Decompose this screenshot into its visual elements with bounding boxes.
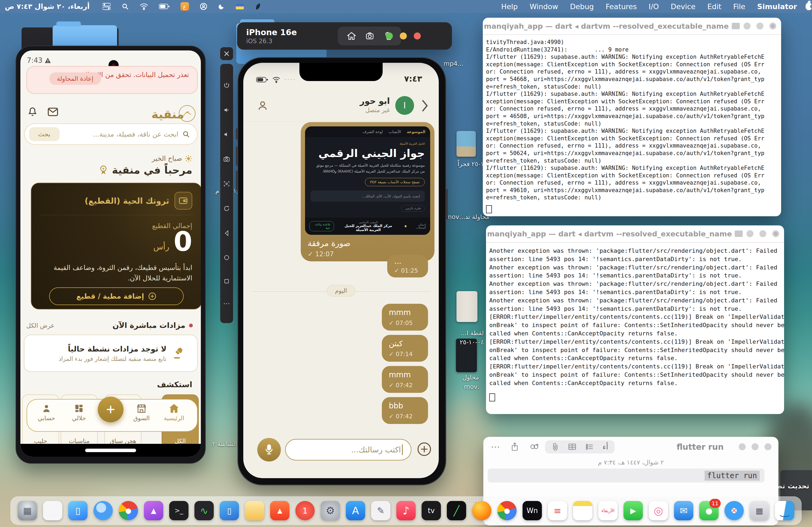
menu-item[interactable]: Device xyxy=(671,2,695,11)
power-icon[interactable] xyxy=(223,82,230,89)
menu-item[interactable]: Help xyxy=(501,2,518,11)
chat-contact-name[interactable]: ابو حور xyxy=(360,96,390,106)
window-button[interactable] xyxy=(746,230,753,237)
chat-message-bubble[interactable]: mmm 07:42 xyxy=(382,366,428,393)
dock-icon-app-store[interactable]: A xyxy=(346,501,365,520)
back-chevron-icon[interactable] xyxy=(420,99,429,112)
screenshot-icon[interactable] xyxy=(223,181,230,187)
chat-message-bubble[interactable]: ... 01:25 xyxy=(387,255,428,277)
window-button[interactable] xyxy=(772,230,779,237)
nav-item-my-animals[interactable]: حلالي xyxy=(63,404,95,422)
emulator-toolbar-close[interactable] xyxy=(220,47,233,60)
desktop-photo-thumbnail[interactable] xyxy=(456,291,477,322)
dock-icon-music[interactable]: ♪ xyxy=(396,501,416,520)
table-icon[interactable] xyxy=(568,443,576,451)
nav-item-account[interactable]: حسابي xyxy=(30,404,62,422)
dock-icon-developer-tools[interactable]: ✎ xyxy=(371,501,390,520)
terminal2-titlebar[interactable]: manqiyah_app — dart ◂ dartvm --resolved_… xyxy=(486,225,784,243)
view-all-link[interactable]: عرض الكل xyxy=(26,322,55,329)
link-person-icon[interactable] xyxy=(530,443,539,451)
swoosh-app-icon[interactable] xyxy=(255,3,262,10)
moon-focus-icon[interactable] xyxy=(218,3,225,10)
dock-icon-chrome[interactable]: ● xyxy=(119,501,138,520)
menu-item[interactable]: Features xyxy=(606,2,637,11)
nav-item-market[interactable]: السوق xyxy=(126,404,158,422)
dock-icon-terminal[interactable]: >_ xyxy=(169,501,188,520)
mic-button[interactable] xyxy=(257,438,281,462)
rotate-icon[interactable] xyxy=(223,205,230,212)
home-circle-icon[interactable] xyxy=(224,255,230,260)
sim-screenshot-button[interactable] xyxy=(365,32,375,40)
dock-icon-w-editor-app[interactable]: Wn xyxy=(523,501,542,520)
more-dots-icon[interactable]: ⋯ xyxy=(223,302,230,305)
desktop-file[interactable]: ٠٤-١٠-٢٥ xyxy=(460,338,484,346)
attach-plus-icon[interactable] xyxy=(417,442,432,457)
dock-icon-keyboard-settings[interactable]: ▦ xyxy=(750,501,769,520)
more-dots-icon[interactable]: ⋯ xyxy=(491,441,500,452)
dock-icon-photos[interactable]: ◎ xyxy=(649,501,668,520)
dock-icon-red-notification-app[interactable]: 1 xyxy=(295,501,315,520)
simulator-titlebar[interactable]: iPhone 16e iOS 26.3 xyxy=(237,22,452,50)
window-zoom-button[interactable] xyxy=(386,32,393,40)
chat-message-bubble[interactable]: كبتن 07:14 xyxy=(382,335,428,362)
window-close-button[interactable] xyxy=(414,32,421,40)
dock-icon-facetime[interactable]: ▶ xyxy=(624,501,643,520)
volume-up-icon[interactable] xyxy=(223,107,230,113)
dock-icon-safari[interactable]: ✕ xyxy=(724,501,744,520)
menu-item[interactable]: Window xyxy=(530,2,558,11)
dock-icon-reminders[interactable]: ≡ xyxy=(548,501,567,520)
terminal1-titlebar[interactable]: manqiyah_app — dart ◂ dartvm --resolved_… xyxy=(483,18,781,35)
dock-icon-brave[interactable]: ▲ xyxy=(270,501,289,520)
dock-icon-waveform-app[interactable]: ∿ xyxy=(194,501,214,520)
menu-item[interactable]: Edit xyxy=(707,2,721,11)
menu-bar-clock[interactable]: أربعاء، ٢٠ شوال ٧:٤٣ ص xyxy=(5,2,90,11)
chat-message-bubble[interactable]: bbb 07:42 xyxy=(382,397,428,424)
window-button[interactable] xyxy=(756,22,764,30)
dock-icon-messages[interactable]: ● 11 xyxy=(699,501,719,520)
format-text-button[interactable]: أء xyxy=(603,442,608,451)
share-icon[interactable] xyxy=(511,442,519,451)
notification-bell-icon[interactable] xyxy=(27,106,38,118)
menu-app-icon[interactable]: ع xyxy=(180,2,189,11)
dock-icon-purple-app[interactable]: ▲ xyxy=(144,501,163,520)
dock-icon-blank-document[interactable] xyxy=(43,501,62,520)
window-minimize-button[interactable] xyxy=(400,32,407,40)
desktop-file[interactable]: محاول xyxy=(462,374,479,381)
dock-icon-chromium-browser[interactable] xyxy=(93,501,113,520)
window-button[interactable] xyxy=(769,22,776,30)
search-button[interactable]: بحث xyxy=(29,127,60,141)
message-input[interactable]: اكتب رسالتك... xyxy=(285,439,411,461)
home-indicator[interactable] xyxy=(85,449,136,452)
window-button[interactable] xyxy=(765,443,771,450)
terminal2-output[interactable]: Another exception was thrown: 'package:f… xyxy=(486,243,784,392)
apple-logo-icon[interactable] xyxy=(806,3,812,10)
dock-icon-mail[interactable]: ✉ xyxy=(674,501,693,520)
input-language-flag-icon[interactable] xyxy=(236,4,244,10)
dock-icon-calendar[interactable]: الأربعاء xyxy=(598,501,618,520)
menu-item[interactable]: Simulator xyxy=(757,2,797,11)
paperclip-icon[interactable] xyxy=(552,443,559,451)
dock-icon-system-settings[interactable]: ⚙ xyxy=(321,501,340,520)
camera-icon[interactable] xyxy=(223,156,230,162)
menu-item[interactable]: File xyxy=(733,2,745,11)
menu-item[interactable]: Debug xyxy=(570,2,594,11)
terminal1-output[interactable]: tivityThread.java:4990)E/AndroidRuntime(… xyxy=(483,35,781,205)
contact-person-icon[interactable] xyxy=(257,100,269,111)
desktop-file[interactable]: ...mp4 xyxy=(444,60,463,67)
dock-icon-lamp-app[interactable] xyxy=(245,501,264,520)
dock-icon-finder[interactable]: ‿ xyxy=(775,501,794,520)
desktop-file[interactable]: .mov xyxy=(464,383,479,390)
desktop-file[interactable]: محاولة تد...mov xyxy=(446,213,489,220)
volume-down-icon[interactable] xyxy=(223,131,230,138)
account-icon[interactable] xyxy=(200,3,207,10)
menu-item[interactable]: I/O xyxy=(649,2,659,11)
dock-icon-stocks[interactable]: ╱ xyxy=(447,501,466,520)
nav-fab-add[interactable] xyxy=(98,396,124,422)
desktop-photo-thumbnail[interactable] xyxy=(456,131,476,157)
window-button[interactable] xyxy=(743,22,751,30)
desktop-file[interactable]: لقطة ا... xyxy=(461,330,483,336)
nav-item-home[interactable]: الرئيسية xyxy=(158,404,190,422)
dock-icon-device-manager[interactable]: ▯ xyxy=(220,501,239,520)
dock-icon-notes[interactable] xyxy=(573,501,592,520)
window-button[interactable] xyxy=(752,443,758,450)
